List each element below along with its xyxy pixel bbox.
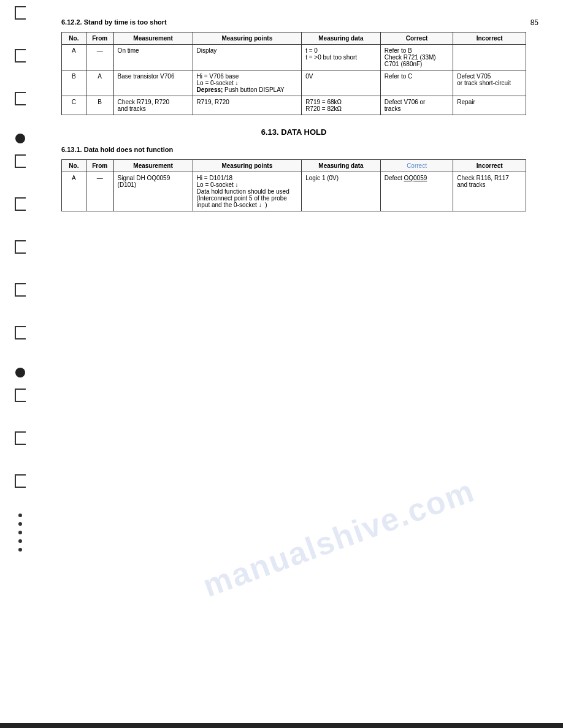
cell-measuring-points: Hi = V706 baseLo = 0-socket ↓Depress; Pu… xyxy=(193,70,302,96)
dot-small-3 xyxy=(18,531,22,534)
bottom-bar xyxy=(0,723,563,728)
cell-measuring-points: Hi = D101/18Lo = 0-socket ↓Data hold fun… xyxy=(193,172,302,211)
header-measurement: Measurement xyxy=(113,32,193,45)
header-incorrect: Incorrect xyxy=(453,160,526,172)
header-measuring-data: Measuring data xyxy=(302,32,381,45)
cell-from: B xyxy=(86,96,113,115)
cell-from: — xyxy=(86,172,113,211)
cell-measuring-data: Logic 1 (0V) xyxy=(302,172,381,211)
cell-no: C xyxy=(62,96,86,115)
cell-measuring-data: R719 = 68kΩR720 = 82kΩ xyxy=(302,96,381,115)
header-from: From xyxy=(86,32,113,45)
cell-no: A xyxy=(62,45,86,70)
depress-label: Depress; xyxy=(197,86,223,93)
cell-correct: Refer to C xyxy=(380,70,453,96)
cell-no: B xyxy=(62,70,86,96)
cell-correct: Defect OQ0059 xyxy=(380,172,453,211)
table-6131: No. From Measurement Measuring points Me… xyxy=(61,159,526,211)
header-correct-blue: Correct xyxy=(380,160,453,172)
ooq-underline: OQ0059 xyxy=(404,175,427,181)
cell-measuring-data: 0V xyxy=(302,70,381,96)
header-no: No. xyxy=(62,32,86,45)
dot-small-4 xyxy=(18,539,22,543)
cell-measuring-points: Display xyxy=(193,45,302,70)
cell-measuring-points: R719, R720 xyxy=(193,96,302,115)
cell-from: — xyxy=(86,45,113,70)
dot-mark-1 xyxy=(15,134,25,143)
bracket-mark-3 xyxy=(15,92,26,105)
left-marks xyxy=(9,0,31,728)
cell-measurement: On time xyxy=(113,45,193,70)
table-row: B A Base transistor V706 Hi = V706 baseL… xyxy=(62,70,526,96)
cell-correct: Defect V706 ortracks xyxy=(380,96,453,115)
cell-measuring-data: t = 0t = >0 but too short xyxy=(302,45,381,70)
bracket-mark-10 xyxy=(15,431,26,445)
cell-correct: Refer to BCheck R721 (33M)C701 (680nF) xyxy=(380,45,453,70)
bracket-mark-9 xyxy=(15,389,26,402)
page-number: 85 xyxy=(530,18,538,27)
cell-incorrect: Check R116, R117and tracks xyxy=(453,172,526,211)
header-measuring-points: Measuring points xyxy=(193,160,302,172)
section-613-header: 6.13. DATA HOLD xyxy=(61,127,526,137)
dot-small-2 xyxy=(18,522,22,526)
table-row: C B Check R719, R720and tracks R719, R72… xyxy=(62,96,526,115)
cell-from: A xyxy=(86,70,113,96)
section-6131-title: 6.13.1. Data hold does not function xyxy=(61,146,526,153)
cell-incorrect: Repair xyxy=(453,96,526,115)
bracket-mark-8 xyxy=(15,326,26,339)
header-from: From xyxy=(86,160,113,172)
bracket-mark-5 xyxy=(15,197,26,211)
bracket-mark-2 xyxy=(15,49,26,63)
dot-small-5 xyxy=(18,548,22,552)
table-row: A — On time Display t = 0t = >0 but too … xyxy=(62,45,526,70)
cell-measurement: Signal DH OQ0059(D101) xyxy=(113,172,193,211)
bracket-mark-11 xyxy=(15,474,26,488)
header-no: No. xyxy=(62,160,86,172)
page: 85 6.12.2. Stand by time is too short No… xyxy=(0,0,563,728)
bracket-mark-6 xyxy=(15,240,26,254)
bracket-mark-4 xyxy=(15,154,26,168)
dot-small-1 xyxy=(18,514,22,517)
table-row: A — Signal DH OQ0059(D101) Hi = D101/18L… xyxy=(62,172,526,211)
dot-mark-2 xyxy=(15,368,25,377)
header-measurement: Measurement xyxy=(113,160,193,172)
cell-measurement: Check R719, R720and tracks xyxy=(113,96,193,115)
header-correct: Correct xyxy=(380,32,453,45)
cell-measurement: Base transistor V706 xyxy=(113,70,193,96)
header-measuring-data: Measuring data xyxy=(302,160,381,172)
watermark: manualshive.com xyxy=(198,472,480,604)
bracket-mark-1 xyxy=(15,6,26,20)
cell-incorrect: Defect V705or track short-circuit xyxy=(453,70,526,96)
cell-incorrect xyxy=(453,45,526,70)
table-612: No. From Measurement Measuring points Me… xyxy=(61,32,526,115)
cell-no: A xyxy=(62,172,86,211)
header-incorrect: Incorrect xyxy=(453,32,526,45)
section-612-title: 6.12.2. Stand by time is too short xyxy=(61,18,526,26)
header-measuring-points: Measuring points xyxy=(193,32,302,45)
bracket-mark-7 xyxy=(15,283,26,297)
